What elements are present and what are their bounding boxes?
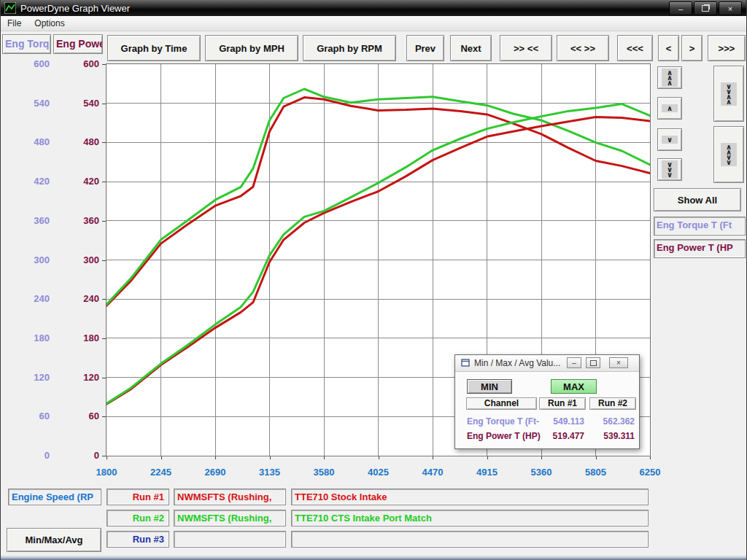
toolbar-button-btn[interactable]: < <box>658 35 679 61</box>
ytick-power-540: 540 <box>53 98 99 109</box>
popup-minimize-icon[interactable]: – <box>567 357 581 368</box>
ytick-torque-360: 360 <box>1 215 50 226</box>
xtick-rpm-3580: 3580 <box>302 467 346 478</box>
ytick-mark <box>102 64 106 65</box>
chevrons-out-vertical-icon: ∧∧∨∨ <box>721 143 737 166</box>
chevron-down-button[interactable]: ∨ <box>657 128 682 151</box>
run2-desc-box[interactable]: TTE710 CTS Intake Port Match <box>291 510 649 526</box>
toolbar-button-btn[interactable]: <<< <box>617 35 653 61</box>
popup-title: Min / Max / Avg Valu... <box>474 358 560 368</box>
toolbar-button-btn[interactable]: > <box>681 35 703 61</box>
chevron-down-icon: ∨ <box>662 136 678 144</box>
power-channel-box[interactable]: Eng Power T (HP <box>654 239 746 258</box>
menu-bar: File Options <box>1 16 746 31</box>
app-icon <box>4 2 16 14</box>
ytick-torque-480: 480 <box>1 136 50 147</box>
toolbar-button-btn[interactable]: >>> <box>708 35 746 61</box>
run3-label-box: Run #3 <box>107 531 169 548</box>
xtick-rpm-2690: 2690 <box>193 467 237 478</box>
chevron-triple-down-button[interactable]: ∨∨∨ <box>657 158 682 181</box>
popup-power-run2-max: 539.311 <box>589 431 635 441</box>
popup-restore-icon[interactable] <box>586 357 600 368</box>
restore-icon[interactable] <box>694 1 717 15</box>
x-channel-box[interactable]: Engine Speed (RP <box>8 489 101 505</box>
ytick-power-420: 420 <box>53 176 99 187</box>
xtick-mark <box>161 456 162 459</box>
minmaxavg-button[interactable]: Min/Max/Avg <box>7 528 101 552</box>
popup-torque-run1-max: 549.113 <box>539 416 584 427</box>
window-bottom-border <box>1 555 746 560</box>
toolbar-button-btn[interactable]: << >> <box>557 35 609 61</box>
ytick-torque-420: 420 <box>1 176 50 187</box>
ytick-torque-120: 120 <box>1 372 50 383</box>
popup-close-icon[interactable]: × <box>609 357 628 368</box>
popup-power-channel: Eng Power T (HP) <box>467 431 546 441</box>
popup-window-icon <box>461 359 471 368</box>
xtick-mark <box>541 456 542 459</box>
popup-title-bar[interactable]: Min / Max / Avg Valu... – × <box>455 355 639 372</box>
ytick-power-360: 360 <box>53 215 99 226</box>
chevron-glyph: ∨ <box>667 137 673 142</box>
ytick-torque-540: 540 <box>1 98 50 109</box>
toolbar-button-graph-by-time[interactable]: Graph by Time <box>107 35 201 61</box>
xtick-rpm-5360: 5360 <box>519 467 563 478</box>
toolbar-button-btn[interactable]: >> << <box>500 35 552 61</box>
ytick-torque-240: 240 <box>1 293 50 304</box>
power-axis-button[interactable]: Eng Powe <box>53 34 103 54</box>
chevron-triple-up-icon: ∧∧∧ <box>662 69 678 87</box>
popup-header-channel[interactable]: Channel <box>466 397 537 410</box>
toolbar-button-prev[interactable]: Prev <box>406 35 444 61</box>
menu-options[interactable]: Options <box>28 16 71 31</box>
torque-axis-button[interactable]: Eng Torq <box>2 34 51 54</box>
toolbar-button-graph-by-rpm[interactable]: Graph by RPM <box>303 35 396 61</box>
run1-file-box: NWMSFTS (Rushing, <box>174 489 286 505</box>
xtick-mark <box>324 456 325 459</box>
chevrons-in-vertical-button[interactable]: ∨∨∧∧ <box>713 66 744 122</box>
ytick-power-600: 600 <box>53 58 99 69</box>
xtick-rpm-6250: 6250 <box>628 467 672 478</box>
chevron-glyph: ∨ <box>726 160 732 165</box>
run2-file-box: NWMSFTS (Rushing, <box>174 510 286 526</box>
xtick-mark <box>215 456 216 459</box>
xtick-rpm-5805: 5805 <box>574 467 618 478</box>
xtick-rpm-4470: 4470 <box>411 467 454 478</box>
minimize-icon[interactable]: – <box>669 1 692 15</box>
popup-header-run2[interactable]: Run #2 <box>589 397 636 410</box>
chevrons-in-vertical-icon: ∨∨∧∧ <box>721 82 737 106</box>
ytick-mark <box>102 299 106 300</box>
ytick-power-0: 0 <box>53 450 99 461</box>
ytick-power-60: 60 <box>53 411 99 421</box>
ytick-mark <box>102 221 106 222</box>
chevron-glyph: ∧ <box>667 106 673 111</box>
xtick-rpm-4025: 4025 <box>357 467 400 478</box>
torque-channel-box[interactable]: Eng Torque T (Ft <box>654 217 746 236</box>
popup-header-run1[interactable]: Run #1 <box>539 397 586 410</box>
xtick-rpm-4915: 4915 <box>465 467 509 478</box>
minmax-popup-window: Min / Max / Avg Valu... – × MIN MAX Chan… <box>454 354 640 449</box>
window-title: PowerDyne Graph Viewer <box>20 3 130 14</box>
run3-desc-box[interactable] <box>291 531 649 548</box>
xtick-mark <box>379 456 379 459</box>
run1-desc-box[interactable]: TTE710 Stock Intake <box>291 489 649 505</box>
chevron-triple-down-icon: ∨∨∨ <box>662 160 678 179</box>
close-icon[interactable]: × <box>719 1 742 15</box>
xtick-mark <box>596 456 597 459</box>
max-button[interactable]: MAX <box>551 379 597 394</box>
ytick-torque-60: 60 <box>1 411 50 421</box>
ytick-power-300: 300 <box>53 254 99 265</box>
chevron-up-button[interactable]: ∧ <box>657 97 682 120</box>
toolbar-button-next[interactable]: Next <box>450 35 492 61</box>
menu-file[interactable]: File <box>1 16 28 31</box>
min-button[interactable]: MIN <box>467 379 512 394</box>
ytick-mark <box>102 456 106 456</box>
run3-file-box <box>174 531 286 548</box>
popup-torque-channel: Eng Torque T (Ft- <box>467 416 546 427</box>
chevron-triple-up-button[interactable]: ∧∧∧ <box>657 66 682 89</box>
xtick-mark <box>107 456 107 459</box>
ytick-mark <box>102 378 106 378</box>
toolbar-button-graph-by-mph[interactable]: Graph by MPH <box>205 35 298 61</box>
show-all-button[interactable]: Show All <box>654 188 741 211</box>
chevrons-out-vertical-button[interactable]: ∧∧∨∨ <box>713 126 744 183</box>
ytick-power-180: 180 <box>53 332 99 343</box>
popup-torque-run2-max: 562.362 <box>589 416 635 427</box>
